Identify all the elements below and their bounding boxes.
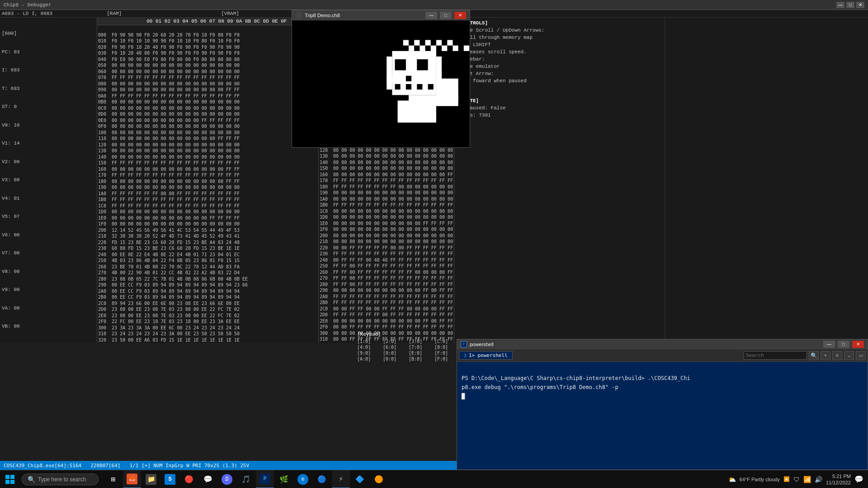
taskbar-search[interactable]: 🔍 Type here to search [22,474,99,485]
state-paused: Is Paused: False [458,104,661,112]
taskbar-icon-10[interactable]: e [294,470,312,488]
svg-rect-6 [408,45,414,51]
taskbar-icon-7[interactable]: 🎵 [237,470,255,488]
keypad-8-0: [8:0] [434,345,459,350]
right-filler [665,18,868,343]
keypad-7-0: [7:0] [409,345,434,350]
ps-search-input[interactable] [744,351,807,360]
ps-minimize-button[interactable]: — [823,341,835,348]
register-st: ST: 0 [2,104,95,110]
ps-search-button[interactable]: 🔍 [809,351,819,360]
ps-title-bar: P powershell — □ ✕ [457,339,868,349]
svg-rect-13 [387,56,392,89]
app-icon-2: 📁 [146,474,156,485]
debugger-title: Chip8 - Debugger [4,2,52,8]
ps-maximize-button[interactable]: □ [838,341,849,348]
keypad-2-0: [2:0] [383,339,408,344]
taskbar-icon-9[interactable]: 🌿 [275,470,293,488]
taskbar-apps: ⊞ 🦊 📁 S 🔴 💬 D 🎵 P 🌿 e [104,470,388,488]
ps-toolbar-btn4[interactable]: ▭ [856,351,866,360]
ps-tab-label: 1> powershell [469,352,508,358]
svg-rect-26 [392,73,395,84]
svg-rect-11 [463,45,469,51]
svg-rect-3 [425,40,430,45]
keypad-3-0: [3:0] [409,339,434,344]
svg-rect-21 [428,84,433,89]
taskbar-icon-5[interactable]: 💬 [199,470,217,488]
taskbar-icon-3[interactable]: S [161,470,179,488]
ps-tab[interactable]: ❯ 1> powershell [459,351,513,360]
start-button[interactable] [0,470,20,488]
taskbar-icon-4[interactable]: 🔴 [180,470,198,488]
register-i: I: 683 [2,67,95,74]
taskbar-icon-6[interactable]: D [218,470,236,488]
controls-line4: Increases scroll speed. [458,48,661,56]
chip8-game-svg [293,21,469,147]
close-button[interactable]: ✕ [856,2,864,8]
svg-rect-5 [447,40,453,45]
keypad-section: [Keypad] [1:0] [2:0] [3:0] [C:0] [4:0] [… [357,331,457,361]
taskbar-icon-13[interactable]: 🟠 [370,470,388,488]
keypad-grid: [1:0] [2:0] [3:0] [C:0] [4:0] [6:0] [7:0… [357,339,457,361]
keypad-6-0: [6:0] [383,345,408,350]
status-process: COSC439_Chip8.exe[64]:5164 [4,463,81,469]
keypad-c-0: [C:0] [434,339,459,344]
app-icon-4: 🔴 [184,474,194,485]
time-display[interactable]: 5:21 PM 11/12/2022 [826,473,851,486]
controls-line5: Spacebar: [458,56,661,63]
state-title: [STATE] [458,97,661,104]
taskbar-icon-12[interactable]: 🔷 [351,470,369,488]
ps-toolbar-right: 🔍 + ≡ ⌄ ▭ [744,351,866,360]
notification-icon[interactable]: 💬 [854,475,863,483]
register-t: T: 683 [2,86,95,92]
register-vc: VC: 02 [2,342,95,343]
taskbar-icon-8[interactable]: P [256,470,274,488]
chip8-window: Trip8 Demo.ch8 — □ ✕ [292,10,470,148]
state-steps: Steps: 7301 [458,112,661,119]
ps-close-button[interactable]: ✕ [852,341,864,348]
ps-line2: p8.exe debug ".\roms\programs\Trip8 Demo… [462,384,618,390]
maximize-button[interactable]: □ [846,2,854,8]
register-000: [000] [2,31,95,37]
svg-rect-16 [417,59,428,70]
controls-panel: [CONTROLS] Mouse Scroll / UpDown Arrows:… [454,18,665,343]
svg-rect-18 [395,84,400,89]
chip8-maximize-button[interactable]: □ [440,12,452,19]
taskbar-icon-task-view[interactable]: ⊞ [104,470,122,488]
app-icon-vs: ⚡ [335,474,346,484]
ps-toolbar: ❯ 1> powershell 🔍 + ≡ ⌄ ▭ [457,349,868,362]
ram-panel: 00 01 02 03 04 05 06 07 08 09 0A 0B 0C 0… [97,18,319,343]
svg-rect-20 [417,84,422,89]
chip8-close-button[interactable]: ✕ [454,12,466,19]
title-bar: Chip8 - Debugger — □ ✕ [0,0,868,10]
minimize-button[interactable]: — [836,2,844,8]
keypad-0-0: [0:0] [383,351,408,356]
taskbar-icon-1[interactable]: 🦊 [123,470,141,488]
taskbar-icon-11[interactable]: 🔵 [313,470,331,488]
register-v7: V7: 00 [2,250,95,257]
ps-window-title: powershell [470,342,821,347]
app-icon-7: 🎵 [241,474,251,485]
weather-text: 64°F Partly cloudy [740,477,780,482]
chip8-window-title: Trip8 Demo.ch8 [305,13,423,18]
ps-toolbar-btn3[interactable]: ⌄ [844,351,854,360]
app-icon-1: 🦊 [127,474,137,484]
svg-rect-8 [430,45,436,51]
ps-toolbar-btn1[interactable]: + [821,351,830,360]
keypad-5-0: [B:0] [409,357,434,361]
weather-icon: ⛅ [728,476,736,483]
ram-hex-content: 000 F0 90 90 90 F0 20 60 20 20 70 F0 10 … [97,25,318,343]
status-info: 1/1 [+] NUM InpGrp W PRI 70x25 (1.3) 25V [129,463,249,469]
keypad-a-0: [A:0] [357,357,382,361]
time: 5:21 PM [826,473,851,479]
ram-header: 00 01 02 03 04 05 06 07 08 09 0A 0B 0C 0… [97,18,318,25]
ps-toolbar-btn2[interactable]: ≡ [832,351,842,360]
taskbar-icon-2[interactable]: 📁 [142,470,160,488]
ps-content: PS D:\Code\_Language\C Sharp\cs-chip8-in… [457,362,868,469]
keypad-b-0: [0:0] [383,357,408,361]
chip8-minimize-button[interactable]: — [425,12,437,19]
taskbar: 🔍 Type here to search ⊞ 🦊 📁 S 🔴 💬 D 🎵 P [0,470,868,488]
svg-rect-17 [406,75,411,81]
taskbar-icon-vs[interactable]: ⚡ [332,470,350,488]
controls-line6: Pause emulator [458,63,661,70]
